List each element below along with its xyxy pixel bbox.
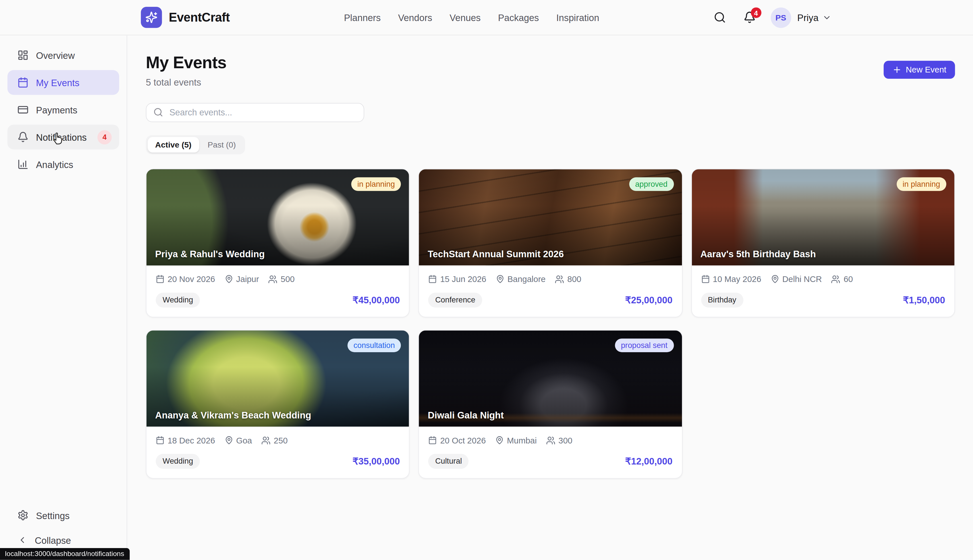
user-name[interactable]: Priya (797, 12, 819, 23)
event-title: Ananya & Vikram's Beach Wedding (155, 410, 311, 420)
event-image: in planning Aarav's 5th Birthday Bash (692, 169, 954, 265)
event-date: 15 Jun 2026 (428, 275, 486, 284)
plus-icon (892, 65, 901, 75)
event-card[interactable]: in planning Aarav's 5th Birthday Bash 10… (691, 168, 955, 317)
event-card[interactable]: proposal sent Diwali Gala Night 20 Oct 2… (418, 330, 682, 478)
category-tag: Conference (428, 293, 482, 307)
event-card[interactable]: in planning Priya & Rahul's Wedding 20 N… (146, 168, 410, 317)
sidebar-item-label: My Events (36, 77, 80, 88)
map-pin-icon (224, 275, 233, 284)
gear-icon (17, 510, 28, 521)
credit-card-icon (17, 104, 28, 115)
category-tag: Wedding (155, 454, 200, 468)
events-grid: in planning Priya & Rahul's Wedding 20 N… (146, 168, 955, 479)
event-location: Mumbai (495, 436, 537, 445)
event-card[interactable]: approved TechStart Annual Summit 2026 15… (418, 168, 682, 317)
tab-past[interactable]: Past (0) (200, 137, 243, 152)
search-icon (714, 11, 726, 23)
status-badge: proposal sent (615, 338, 674, 352)
header-search-button[interactable] (714, 11, 726, 23)
nav-inspiration[interactable]: Inspiration (556, 12, 599, 23)
new-event-button[interactable]: New Event (883, 61, 955, 79)
chevron-down-icon[interactable] (822, 13, 832, 22)
sidebar-item-label: Notifications (36, 132, 87, 142)
avatar[interactable]: PS (771, 7, 791, 28)
event-card[interactable]: consultation Ananya & Vikram's Beach Wed… (146, 330, 410, 478)
event-meta: 18 Dec 2026 Goa 250 (155, 436, 400, 445)
nav-packages[interactable]: Packages (498, 12, 539, 23)
users-icon (268, 275, 278, 284)
event-date: 20 Nov 2026 (155, 275, 215, 284)
event-date-text: 18 Dec 2026 (167, 436, 215, 445)
event-guests: 500 (268, 275, 295, 284)
event-location-text: Bangalore (507, 275, 545, 284)
nav-vendors[interactable]: Vendors (398, 12, 432, 23)
event-location: Jaipur (224, 275, 259, 284)
events-search (146, 103, 364, 122)
sidebar-item-label: Analytics (36, 159, 74, 169)
main-content: My Events 5 total events New Event Activ… (127, 35, 973, 560)
event-guests: 250 (261, 436, 288, 445)
event-image: proposal sent Diwali Gala Night (419, 330, 682, 427)
nav-venues[interactable]: Venues (450, 12, 480, 23)
event-title: Diwali Gala Night (428, 410, 504, 420)
event-date: 10 May 2026 (701, 275, 761, 284)
event-title: TechStart Annual Summit 2026 (428, 248, 564, 259)
event-footer: Wedding ₹45,00,000 (155, 293, 400, 307)
event-image: consultation Ananya & Vikram's Beach Wed… (147, 330, 409, 427)
event-footer: Wedding ₹35,00,000 (155, 454, 400, 468)
tab-active[interactable]: Active (5) (148, 137, 199, 152)
sidebar-item-my-events[interactable]: My Events (7, 70, 119, 95)
app-root: EventCraft Planners Vendors Venues Packa… (0, 0, 973, 560)
sidebar-item-analytics[interactable]: Analytics (7, 152, 119, 177)
event-price: ₹45,00,000 (353, 294, 400, 305)
page-header: My Events 5 total events New Event (146, 54, 955, 87)
header-actions: 4 PS Priya (714, 7, 832, 28)
nav-planners[interactable]: Planners (344, 12, 381, 23)
calendar-icon (428, 436, 437, 445)
status-badge: approved (629, 177, 674, 191)
new-event-label: New Event (906, 65, 946, 75)
event-title: Priya & Rahul's Wedding (155, 248, 264, 259)
event-meta: 20 Nov 2026 Jaipur 500 (155, 275, 400, 284)
sidebar-item-label: Settings (36, 510, 70, 520)
notification-count-badge: 4 (751, 7, 761, 18)
event-meta: 10 May 2026 Delhi NCR 60 (701, 275, 945, 284)
category-tag: Wedding (155, 293, 200, 307)
event-card-body: 20 Nov 2026 Jaipur 500 Wedding ₹45, (147, 265, 409, 317)
event-date: 20 Oct 2026 (428, 436, 486, 445)
event-footer: Birthday ₹1,50,000 (701, 293, 945, 307)
event-location-text: Delhi NCR (782, 275, 822, 284)
event-guests-text: 800 (567, 275, 581, 284)
users-icon (555, 275, 564, 284)
event-title: Aarav's 5th Birthday Bash (700, 248, 816, 259)
notifications-button[interactable]: 4 (743, 11, 756, 23)
sidebar-item-settings[interactable]: Settings (7, 504, 119, 527)
search-input[interactable] (168, 107, 357, 118)
event-location: Bangalore (496, 275, 546, 284)
category-tag: Birthday (701, 293, 743, 307)
search-icon (153, 107, 163, 117)
sidebar-footer: Settings Collapse (7, 504, 119, 552)
event-meta: 20 Oct 2026 Mumbai 300 (428, 436, 672, 445)
bar-chart-icon (17, 158, 28, 170)
page-subtitle: 5 total events (146, 77, 226, 87)
brand-name: EventCraft (169, 10, 230, 25)
event-guests: 60 (831, 275, 853, 284)
calendar-icon (155, 436, 164, 445)
event-guests: 300 (546, 436, 572, 445)
sidebar-item-payments[interactable]: Payments (7, 97, 119, 122)
sidebar-item-notifications[interactable]: Notifications 4 (7, 125, 119, 149)
sidebar-item-overview[interactable]: Overview (7, 43, 119, 67)
brand[interactable]: EventCraft (141, 7, 230, 28)
event-image: in planning Priya & Rahul's Wedding (147, 169, 409, 265)
event-card-body: 20 Oct 2026 Mumbai 300 Cultural ₹12 (419, 427, 682, 478)
event-location-text: Goa (236, 436, 252, 445)
map-pin-icon (495, 436, 504, 445)
event-guests: 800 (555, 275, 581, 284)
event-meta: 15 Jun 2026 Bangalore 800 (428, 275, 672, 284)
calendar-icon (428, 275, 437, 284)
event-card-body: 18 Dec 2026 Goa 250 Wedding ₹35,00, (147, 427, 409, 478)
event-price: ₹25,00,000 (625, 294, 672, 305)
event-price: ₹35,00,000 (353, 455, 400, 467)
